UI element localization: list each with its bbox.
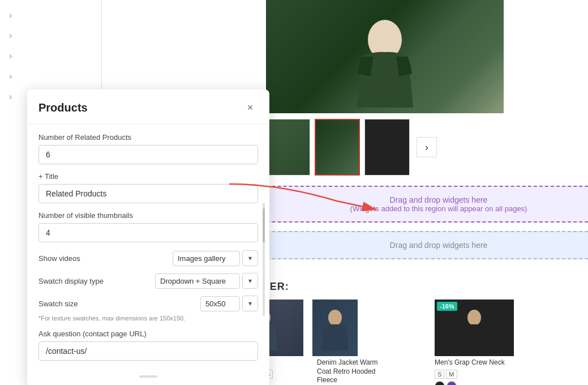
panel-footer <box>27 369 269 378</box>
swatch-display-control: Dropdown + Square ▾ <box>155 273 258 289</box>
drag-zone-primary-text2: (Widgets added to this region will appea… <box>350 204 527 213</box>
sidebar-item-3[interactable] <box>0 46 101 66</box>
sidebar-item-2[interactable] <box>0 26 101 45</box>
num-thumbnails-field: Number of visible thumbnails <box>38 211 258 242</box>
main-product-image <box>266 0 504 113</box>
panel-header: Products × <box>27 89 269 124</box>
show-videos-control: Images gallery ▾ <box>173 250 258 266</box>
product-image-svg <box>351 6 419 108</box>
product-card-3[interactable]: -16% Men's Grap Crew Neck S M <box>435 300 514 385</box>
swatch-color-3a[interactable] <box>435 381 445 385</box>
close-button[interactable]: × <box>242 100 258 116</box>
product-card-2[interactable]: Denim Jacket Warm Coat Retro Hooded Flee… <box>312 300 426 385</box>
together-section: TOGETHER: -24% XS + 1 S M L <box>215 272 588 385</box>
swatch-display-select[interactable]: Dropdown + Square <box>155 273 240 289</box>
panel-body: Number of Related Products + Title Numbe… <box>27 124 269 361</box>
ask-question-label: Ask question (contact page URL) <box>38 330 258 338</box>
color-swatches-3 <box>435 381 514 385</box>
svg-point-3 <box>467 310 481 326</box>
show-videos-select[interactable]: Images gallery <box>173 251 240 266</box>
product-badge-3: -16% <box>437 302 457 311</box>
ask-question-input[interactable] <box>38 341 258 361</box>
sidebar-item-1[interactable] <box>0 6 101 25</box>
swatch-size-control: 50x50 ▾ <box>200 296 258 311</box>
product-card-2-info: Denim Jacket Warm Coat Retro Hooded Flee… <box>317 356 379 385</box>
swatch-hint-text: *For texture swatches, max dimensions ar… <box>38 315 258 322</box>
drag-zone-secondary: Drag and drop widgets here <box>215 231 588 259</box>
product-image-2 <box>312 300 358 356</box>
products-row: -24% XS + 1 S M L XS <box>224 300 588 385</box>
thumbnail-2[interactable] <box>265 119 310 176</box>
title-field: + Title <box>38 172 258 203</box>
swatch-display-dropdown-btn[interactable]: ▾ <box>242 273 258 289</box>
num-thumbnails-label: Number of visible thumbnails <box>38 211 258 220</box>
show-videos-label: Show videos <box>38 254 80 263</box>
sidebar-item-4[interactable] <box>0 67 101 86</box>
swatch-display-arrow-icon: ▾ <box>248 277 252 285</box>
show-videos-row: Show videos Images gallery ▾ <box>38 250 258 266</box>
product-svg-2 <box>318 305 352 350</box>
drag-zone-secondary-text: Drag and drop widgets here <box>390 241 488 250</box>
num-related-label: Number of Related Products <box>38 133 258 142</box>
together-title: TOGETHER: <box>224 281 588 293</box>
thumbnail-next-button[interactable]: › <box>417 137 437 157</box>
size-m-3[interactable]: M <box>446 370 457 379</box>
swatch-size-select[interactable]: 50x50 <box>200 296 240 311</box>
swatch-display-label: Swatch display type <box>38 277 104 285</box>
product-image-3: -16% <box>435 300 514 356</box>
svg-point-2 <box>328 310 342 326</box>
swatch-color-3b[interactable] <box>447 381 457 385</box>
swatch-size-row: Swatch size 50x50 ▾ <box>38 296 258 311</box>
num-thumbnails-input[interactable] <box>38 223 258 242</box>
drag-handle[interactable] <box>139 375 157 378</box>
swatch-display-row: Swatch display type Dropdown + Square ▾ <box>38 273 258 289</box>
products-panel: Products × Number of Related Products + … <box>27 89 269 385</box>
show-videos-dropdown-btn[interactable]: ▾ <box>242 250 258 266</box>
swatch-size-arrow-icon: ▾ <box>248 300 252 307</box>
num-related-input[interactable] <box>38 145 258 164</box>
panel-title: Products <box>38 101 88 114</box>
ask-question-field: Ask question (contact page URL) <box>38 330 258 361</box>
title-label: + Title <box>38 172 258 181</box>
num-related-field: Number of Related Products <box>38 133 258 164</box>
product-title-3: Men's Grap Crew Neck <box>435 358 514 367</box>
product-title-2: Denim Jacket Warm Coat Retro Hooded Flee… <box>317 358 379 385</box>
swatch-size-dropdown-btn[interactable]: ▾ <box>242 296 258 311</box>
drag-zone-primary-text1: Drag and drop widgets here <box>390 195 488 204</box>
size-s-3[interactable]: S <box>435 370 444 379</box>
title-input[interactable] <box>38 184 258 203</box>
drag-zone-primary: Drag and drop widgets here (Widgets adde… <box>215 186 588 223</box>
product-svg-3 <box>457 305 491 350</box>
thumbnail-4[interactable] <box>364 119 410 176</box>
thumbnail-3[interactable] <box>315 119 360 176</box>
swatch-size-label: Swatch size <box>38 300 78 308</box>
panel-scrollbar[interactable] <box>263 203 265 316</box>
dropdown-arrow-icon: ▾ <box>248 254 252 262</box>
panel-scrollbar-thumb <box>263 208 265 242</box>
size-swatches-3: S M <box>435 370 514 379</box>
